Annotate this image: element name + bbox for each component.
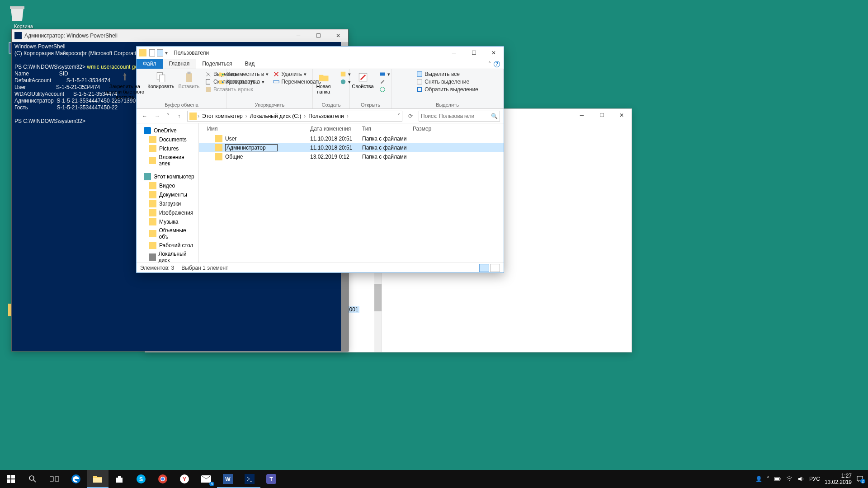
drive-icon (149, 253, 156, 261)
ribbon-collapse-icon[interactable]: ˄ (488, 61, 491, 67)
powershell-titlebar[interactable]: Администратор: Windows PowerShell ─ ☐ ✕ (12, 29, 348, 42)
open-button[interactable]: ▾ (379, 71, 390, 77)
help-icon[interactable]: ? (494, 61, 500, 67)
nav-item[interactable]: Видео (137, 181, 198, 190)
table-row[interactable]: Общие13.02.2019 0:12Папка с файлами (199, 152, 504, 161)
notifications-icon[interactable]: 2 (856, 475, 863, 483)
breadcrumb-segment[interactable]: Локальный диск (C:) (248, 112, 303, 120)
close-button[interactable]: ✕ (484, 47, 504, 59)
column-size[interactable]: Размер (413, 126, 440, 132)
up-button[interactable]: ↑ (175, 112, 184, 121)
new-folder-button[interactable]: Новая папка (312, 71, 335, 94)
language-indicator[interactable]: РУС (809, 476, 820, 482)
details-view-button[interactable] (479, 264, 489, 272)
search-input[interactable] (421, 113, 491, 119)
copy-to-button[interactable]: Копировать в ▾ (218, 79, 269, 85)
recent-dropdown[interactable]: ˅ (165, 112, 171, 121)
mail-button[interactable]: 8 (195, 470, 217, 488)
tab-view[interactable]: Вид (238, 59, 261, 69)
table-row[interactable]: 11.10.2018 20:51Папка с файлами (199, 143, 504, 152)
nav-item[interactable]: Изображения (137, 208, 198, 217)
select-all-button[interactable]: Выделить все (416, 71, 460, 77)
column-name[interactable]: Имя (199, 126, 310, 132)
nav-item[interactable]: Локальный диск (137, 250, 198, 263)
nav-item[interactable]: Pictures (137, 144, 198, 153)
history-button[interactable] (379, 86, 390, 93)
skype-button[interactable]: S (130, 470, 152, 488)
invert-selection-button[interactable]: Обратить выделение (416, 86, 478, 93)
minimize-button[interactable]: ─ (572, 109, 592, 122)
new-item-button[interactable]: ▾ (340, 71, 351, 77)
explorer-button[interactable] (87, 470, 108, 488)
nav-item[interactable]: Вложения элек (137, 153, 198, 168)
move-to-button[interactable]: Переместить в ▾ (218, 71, 269, 77)
search-icon[interactable]: 🔍 (491, 113, 498, 119)
column-type[interactable]: Тип (362, 126, 413, 132)
tab-share[interactable]: Поделиться (196, 59, 238, 69)
chrome-button[interactable] (152, 470, 174, 488)
close-button[interactable]: ✕ (612, 109, 632, 122)
column-headers[interactable]: Имя Дата изменения Тип Размер (199, 123, 504, 134)
nav-item[interactable]: Документы (137, 190, 198, 199)
explorer-titlebar[interactable]: ▾ Пользователи ─ ☐ ✕ (137, 47, 504, 59)
address-dropdown[interactable]: ˅ (397, 113, 400, 119)
qat-button[interactable] (157, 49, 163, 56)
icons-view-button[interactable] (490, 264, 500, 272)
nav-item[interactable]: Музыка (137, 217, 198, 226)
close-button[interactable]: ✕ (328, 29, 348, 42)
search-button[interactable] (22, 470, 43, 488)
nav-item[interactable]: Объемные объ (137, 226, 198, 241)
breadcrumb-segment[interactable]: Пользователи (307, 112, 345, 120)
people-icon[interactable]: 👤 (755, 476, 762, 482)
task-view-button[interactable] (43, 470, 65, 488)
edit-button[interactable] (379, 79, 390, 85)
folder-icon (149, 218, 156, 225)
clock[interactable]: 1:27 13.02.2019 (825, 473, 852, 486)
teams-button[interactable]: T (260, 470, 282, 488)
maximize-button[interactable]: ☐ (308, 29, 328, 42)
breadcrumb-segment[interactable]: Этот компьютер (200, 112, 245, 120)
powershell-taskbar-button[interactable] (239, 470, 260, 488)
maximize-button[interactable]: ☐ (464, 47, 484, 59)
word-button[interactable]: W (217, 470, 239, 488)
forward-button[interactable]: → (153, 112, 162, 121)
properties-button[interactable]: Свойства (351, 71, 375, 89)
maximize-button[interactable]: ☐ (592, 109, 612, 122)
folder-icon (149, 209, 156, 216)
nav-onedrive[interactable]: OneDrive (137, 126, 198, 135)
start-button[interactable] (0, 470, 22, 488)
pin-button[interactable]: Закрепить на панели быстрого доступа (105, 71, 145, 100)
nav-item[interactable]: Загрузки (137, 199, 198, 208)
tab-file[interactable]: Файл (137, 59, 163, 69)
file-list[interactable]: Имя Дата изменения Тип Размер User11.10.… (199, 123, 504, 263)
battery-icon[interactable] (774, 475, 781, 483)
tray-overflow-icon[interactable]: ˄ (767, 476, 769, 482)
nav-item[interactable]: Documents (137, 135, 198, 144)
volume-icon[interactable] (797, 475, 805, 483)
table-row[interactable]: User11.10.2018 20:51Папка с файлами (199, 134, 504, 143)
minimize-button[interactable]: ─ (444, 47, 464, 59)
paste-shortcut-button[interactable]: Вставить ярлык (205, 86, 258, 93)
navigation-pane[interactable]: OneDrive Documents Pictures Вложения эле… (137, 123, 199, 263)
yandex-button[interactable]: Y (174, 470, 195, 488)
easy-access-button[interactable]: ▾ (340, 79, 351, 85)
search-box[interactable]: 🔍 (419, 111, 500, 122)
edge-button[interactable] (65, 470, 87, 488)
qat-dropdown[interactable]: ▾ (165, 50, 170, 56)
back-button[interactable]: ← (140, 112, 149, 121)
rename-input[interactable] (225, 144, 278, 151)
minimize-button[interactable]: ─ (288, 29, 308, 42)
nav-item[interactable]: Рабочий стол (137, 241, 198, 250)
wifi-icon[interactable] (786, 475, 793, 483)
paste-button[interactable]: Вставить (177, 71, 201, 89)
store-button[interactable] (108, 470, 130, 488)
copy-button[interactable]: Копировать (149, 71, 173, 89)
tab-home[interactable]: Главная (163, 59, 196, 69)
refresh-button[interactable]: ⟳ (406, 112, 415, 121)
breadcrumb[interactable]: › Этот компьютер› Локальный диск (C:)› П… (187, 111, 402, 122)
column-date[interactable]: Дата изменения (310, 126, 362, 132)
recycle-bin-icon[interactable]: Корзина (6, 2, 41, 29)
nav-this-pc[interactable]: Этот компьютер (137, 172, 198, 181)
deselect-button[interactable]: Снять выделение (416, 79, 469, 85)
qat-button[interactable] (149, 49, 155, 56)
